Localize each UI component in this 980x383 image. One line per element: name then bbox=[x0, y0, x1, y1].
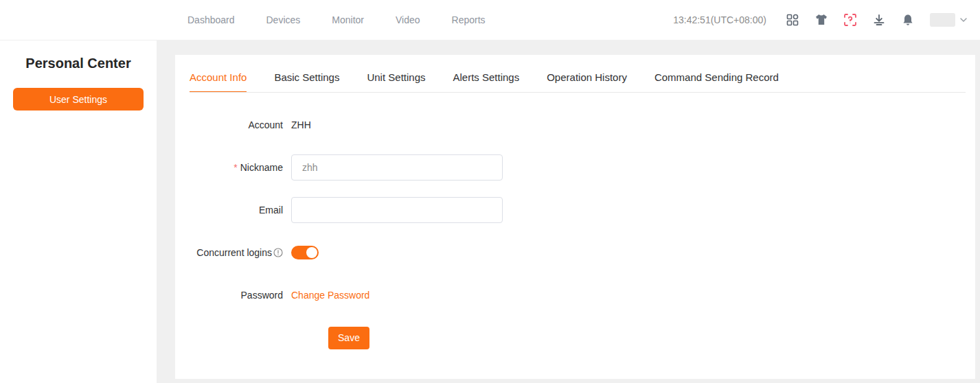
required-star: * bbox=[233, 162, 237, 173]
tab-bar: Account Info Basic Settings Unit Setting… bbox=[175, 55, 975, 93]
sidebar: Personal Center User Settings bbox=[0, 40, 157, 383]
grid-icon[interactable] bbox=[786, 13, 799, 27]
email-input[interactable] bbox=[291, 197, 503, 223]
password-label: Password bbox=[175, 290, 291, 301]
password-row: Password Change Password bbox=[175, 282, 975, 308]
save-row: Save bbox=[175, 325, 975, 351]
email-label: Email bbox=[175, 205, 291, 216]
user-menu[interactable] bbox=[930, 13, 968, 27]
tab-account-info[interactable]: Account Info bbox=[190, 71, 247, 93]
concurrent-logins-label: Concurrent logins bbox=[175, 247, 291, 258]
top-bar: Dashboard Devices Monitor Video Reports … bbox=[0, 0, 980, 40]
download-icon[interactable] bbox=[872, 13, 886, 27]
top-nav: Dashboard Devices Monitor Video Reports bbox=[187, 14, 486, 25]
sidebar-item-user-settings[interactable]: User Settings bbox=[13, 88, 144, 111]
tab-basic-settings[interactable]: Basic Settings bbox=[274, 71, 339, 93]
tab-command-sending-record[interactable]: Command Sending Record bbox=[654, 71, 779, 93]
email-row: Email bbox=[175, 197, 975, 223]
nav-item-devices[interactable]: Devices bbox=[266, 14, 301, 25]
main-card: Account Info Basic Settings Unit Setting… bbox=[175, 55, 975, 379]
bell-icon[interactable] bbox=[901, 13, 915, 27]
save-button[interactable]: Save bbox=[328, 327, 369, 349]
account-row: Account ZHH bbox=[175, 112, 975, 138]
concurrent-logins-row: Concurrent logins bbox=[175, 240, 975, 266]
account-info-form: Account ZHH * Nickname Email Concurrent … bbox=[175, 93, 975, 351]
nav-item-video[interactable]: Video bbox=[396, 14, 420, 25]
toggle-knob bbox=[306, 247, 317, 258]
nickname-label: * Nickname bbox=[175, 162, 291, 173]
nav-item-dashboard[interactable]: Dashboard bbox=[187, 14, 235, 25]
account-label: Account bbox=[175, 119, 291, 130]
avatar bbox=[930, 13, 955, 27]
chevron-down-icon bbox=[959, 16, 968, 24]
nickname-row: * Nickname bbox=[175, 154, 975, 181]
tshirt-icon[interactable] bbox=[814, 13, 828, 27]
nav-item-monitor[interactable]: Monitor bbox=[332, 14, 364, 25]
tab-alerts-settings[interactable]: Alerts Settings bbox=[453, 71, 519, 93]
tab-divider bbox=[190, 92, 966, 93]
scan-question-icon[interactable] bbox=[843, 13, 857, 27]
top-bar-right: 13:42:51(UTC+08:00) bbox=[673, 13, 980, 27]
page-title: Personal Center bbox=[0, 56, 157, 71]
info-icon[interactable] bbox=[273, 248, 283, 257]
tab-unit-settings[interactable]: Unit Settings bbox=[367, 71, 425, 93]
account-value: ZHH bbox=[291, 119, 311, 130]
concurrent-logins-toggle[interactable] bbox=[291, 246, 319, 259]
nav-item-reports[interactable]: Reports bbox=[452, 14, 486, 25]
change-password-link[interactable]: Change Password bbox=[291, 290, 369, 301]
tab-operation-history[interactable]: Operation History bbox=[547, 71, 627, 93]
clock-text: 13:42:51(UTC+08:00) bbox=[673, 14, 766, 25]
nickname-input[interactable] bbox=[291, 154, 503, 181]
